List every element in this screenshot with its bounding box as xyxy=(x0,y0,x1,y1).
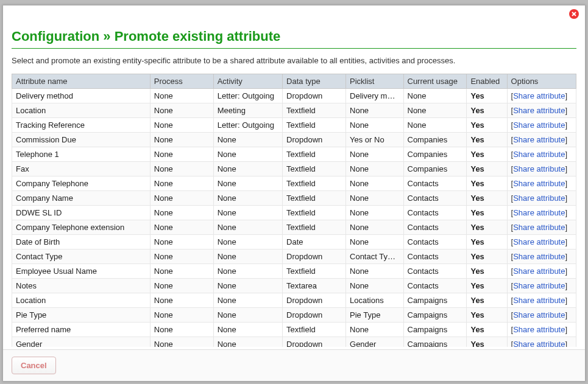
share-attribute-link[interactable]: Share attribute xyxy=(513,310,565,319)
cell-activity: None xyxy=(213,323,282,337)
cell-options: [Share attribute] xyxy=(507,235,576,250)
cell-process: None xyxy=(150,308,213,323)
cancel-button[interactable]: Cancel xyxy=(12,357,56,374)
cell-enabled: Yes xyxy=(467,103,507,118)
share-attribute-link[interactable]: Share attribute xyxy=(513,267,565,276)
cell-picklist: None xyxy=(346,264,403,279)
dialog-body[interactable]: Configuration » Promote existing attribu… xyxy=(8,23,580,347)
cell-process: None xyxy=(150,337,213,347)
share-attribute-link[interactable]: Share attribute xyxy=(513,135,565,144)
share-attribute-link[interactable]: Share attribute xyxy=(513,91,565,100)
cell-picklist: None xyxy=(346,118,403,133)
cell-attribute-name: Location xyxy=(12,293,151,308)
cell-datatype: Textfield xyxy=(283,220,346,235)
cell-enabled: Yes xyxy=(467,176,507,191)
cell-attribute-name: Gender xyxy=(12,337,151,347)
share-attribute-link[interactable]: Share attribute xyxy=(513,106,565,115)
dialog-footer: Cancel xyxy=(3,349,585,381)
cell-current-usage: Contacts xyxy=(403,279,467,293)
share-attribute-link[interactable]: Share attribute xyxy=(513,325,565,334)
share-attribute-link[interactable]: Share attribute xyxy=(513,194,565,203)
share-attribute-link[interactable]: Share attribute xyxy=(513,296,565,305)
cell-picklist: None xyxy=(346,235,403,250)
col-options[interactable]: Options xyxy=(507,74,576,89)
table-row: Commission DueNoneNoneDropdownYes or NoC… xyxy=(12,133,576,147)
cell-picklist: None xyxy=(346,162,403,176)
share-attribute-link[interactable]: Share attribute xyxy=(513,150,565,159)
cell-enabled: Yes xyxy=(467,250,507,264)
col-attribute-name[interactable]: Attribute name xyxy=(12,74,151,89)
page-title: Configuration » Promote existing attribu… xyxy=(12,29,576,49)
table-row: Pie TypeNoneNoneDropdownPie TypeCampaign… xyxy=(12,308,576,323)
cell-current-usage: Contacts xyxy=(403,191,467,206)
cell-datatype: Textfield xyxy=(283,118,346,133)
share-attribute-link[interactable]: Share attribute xyxy=(513,208,565,217)
share-attribute-link[interactable]: Share attribute xyxy=(513,223,565,232)
close-button[interactable] xyxy=(569,9,579,19)
cell-current-usage: Campaigns xyxy=(403,323,467,337)
cell-picklist: None xyxy=(346,323,403,337)
col-process[interactable]: Process xyxy=(150,74,213,89)
cell-process: None xyxy=(150,89,213,103)
share-attribute-link[interactable]: Share attribute xyxy=(513,164,565,173)
intro-text: Select and promote an existing entity-sp… xyxy=(12,56,576,65)
close-icon xyxy=(571,11,577,17)
cell-current-usage: Companies xyxy=(403,147,467,162)
table-row: Employee Usual NameNoneNoneTextfieldNone… xyxy=(12,264,576,279)
table-row: Preferred nameNoneNoneTextfieldNoneCampa… xyxy=(12,323,576,337)
cell-options: [Share attribute] xyxy=(507,264,576,279)
cell-current-usage: None xyxy=(403,103,467,118)
col-datatype[interactable]: Data type xyxy=(283,74,346,89)
share-attribute-link[interactable]: Share attribute xyxy=(513,237,565,246)
cell-attribute-name: Company Name xyxy=(12,191,151,206)
cell-activity: None xyxy=(213,293,282,308)
share-attribute-link[interactable]: Share attribute xyxy=(513,120,565,130)
share-attribute-link[interactable]: Share attribute xyxy=(513,281,565,290)
cell-attribute-name: Telephone 1 xyxy=(12,147,151,162)
share-attribute-link[interactable]: Share attribute xyxy=(513,179,565,188)
cell-datatype: Dropdown xyxy=(283,337,346,347)
cell-datatype: Textfield xyxy=(283,264,346,279)
cell-attribute-name: Preferred name xyxy=(12,323,151,337)
cell-current-usage: Companies xyxy=(403,133,467,147)
cell-options: [Share attribute] xyxy=(507,118,576,133)
cell-enabled: Yes xyxy=(467,323,507,337)
cell-picklist: None xyxy=(346,220,403,235)
cell-options: [Share attribute] xyxy=(507,103,576,118)
table-row: Telephone 1NoneNoneTextfieldNoneCompanie… xyxy=(12,147,576,162)
col-current-usage[interactable]: Current usage xyxy=(403,74,467,89)
cell-current-usage: Contacts xyxy=(403,220,467,235)
cell-enabled: Yes xyxy=(467,147,507,162)
cell-options: [Share attribute] xyxy=(507,206,576,220)
share-attribute-link[interactable]: Share attribute xyxy=(513,252,565,261)
cell-activity: None xyxy=(213,147,282,162)
cell-process: None xyxy=(150,220,213,235)
cell-enabled: Yes xyxy=(467,118,507,133)
table-row: Company TelephoneNoneNoneTextfieldNoneCo… xyxy=(12,176,576,191)
share-attribute-link[interactable]: Share attribute xyxy=(513,340,565,347)
cell-process: None xyxy=(150,250,213,264)
cell-picklist: Contact Types xyxy=(346,250,403,264)
col-enabled[interactable]: Enabled xyxy=(467,74,507,89)
cell-picklist: None xyxy=(346,279,403,293)
cell-picklist: None xyxy=(346,176,403,191)
cell-process: None xyxy=(150,264,213,279)
cell-attribute-name: Fax xyxy=(12,162,151,176)
attributes-table: Attribute name Process Activity Data typ… xyxy=(12,74,576,347)
cell-attribute-name: Company Telephone extension xyxy=(12,220,151,235)
cell-datatype: Textfield xyxy=(283,206,346,220)
cell-current-usage: Contacts xyxy=(403,264,467,279)
cell-options: [Share attribute] xyxy=(507,279,576,293)
cell-activity: None xyxy=(213,337,282,347)
col-picklist[interactable]: Picklist xyxy=(346,74,403,89)
cell-picklist: Yes or No xyxy=(346,133,403,147)
cell-enabled: Yes xyxy=(467,133,507,147)
cell-current-usage: Campaigns xyxy=(403,308,467,323)
cell-options: [Share attribute] xyxy=(507,250,576,264)
col-activity[interactable]: Activity xyxy=(213,74,282,89)
cell-enabled: Yes xyxy=(467,235,507,250)
cell-attribute-name: Commission Due xyxy=(12,133,151,147)
table-row: Tracking ReferenceNoneLetter: OutgoingTe… xyxy=(12,118,576,133)
cell-attribute-name: Company Telephone xyxy=(12,176,151,191)
cell-picklist: Delivery methods xyxy=(346,89,403,103)
